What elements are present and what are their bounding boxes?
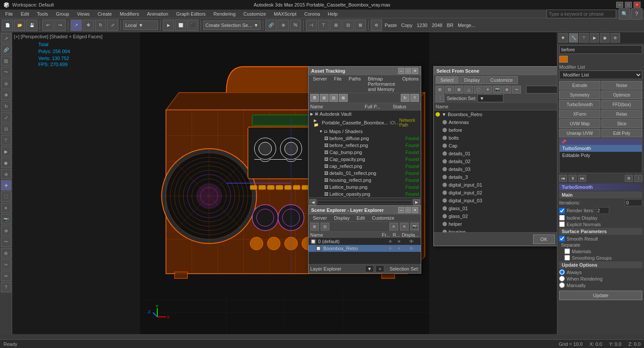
tab-utilities[interactable]: ⊛ [610, 33, 620, 43]
menu-help[interactable]: Help [324, 10, 341, 18]
select-row-details3[interactable]: details_3 [434, 173, 557, 181]
new-btn[interactable]: 📄 [2, 20, 13, 31]
play-btn[interactable]: ⏸ [569, 175, 577, 182]
asset-row-before-diffuse[interactable]: 🖼 before_diffuse.png Found [309, 135, 421, 142]
menu-animation[interactable]: Animation [144, 10, 172, 18]
scene-close-btn[interactable]: ✕ [412, 207, 418, 213]
move-icon[interactable]: ✥ [1, 90, 11, 100]
asset-row-file[interactable]: ▶ 📁 Portable_Cassette_Boombox... \O\... … [309, 117, 421, 128]
ffd-btn[interactable]: FFD(box) [601, 100, 643, 109]
uvwmap-btn[interactable]: UVW Map [559, 119, 600, 128]
help-search-input[interactable] [547, 10, 616, 18]
motion-icon[interactable]: ▶ [1, 146, 11, 157]
asset-menu-file[interactable]: File [331, 76, 344, 92]
tab-display[interactable]: Display [460, 76, 485, 84]
asset-row-maps[interactable]: ▼ 🗂 Maps / Shaders [309, 128, 421, 135]
menu-maxscript[interactable]: MAXScript [270, 10, 300, 18]
system-icon[interactable]: ⚙ [1, 248, 11, 258]
utilities-icon[interactable]: ⊛ [1, 169, 11, 179]
select-row-before[interactable]: before [434, 126, 557, 134]
unlink-icon[interactable]: ⛓ [1, 56, 11, 66]
viewport[interactable]: [+] [Perspective] [Shaded + Edged Faces]… [12, 32, 557, 334]
asset-maximize-btn[interactable]: □ [405, 68, 411, 74]
asset-menu-server[interactable]: Server [310, 76, 329, 92]
iterations-input[interactable] [625, 199, 642, 206]
menu-customize[interactable]: Customize [240, 10, 269, 18]
menu-views[interactable]: Views [74, 10, 93, 18]
stack-item-turbosmooth[interactable]: TurboSmooth [560, 145, 642, 152]
render-iters-checkbox[interactable] [559, 208, 565, 214]
bind-space-warp-icon[interactable]: 〜 [1, 67, 11, 77]
convert-btn[interactable]: ⚙ [371, 20, 382, 31]
scene-footer-btn2[interactable]: + [376, 265, 384, 272]
snap-btn[interactable]: 🔗 [265, 20, 277, 31]
select-row-glass02[interactable]: glass_02 [434, 212, 557, 220]
scene-menu-server[interactable]: Server [310, 215, 329, 221]
asset-tool-3[interactable]: ⊟ [329, 94, 338, 102]
smoothing-groups-checkbox[interactable] [564, 255, 570, 261]
coord-dropdown[interactable]: Local ▼ [123, 20, 158, 30]
turbosmooth-btn[interactable]: TurboSmooth [559, 100, 600, 109]
select-row-digital02[interactable]: digital_input_02 [434, 189, 557, 197]
manually-radio[interactable] [559, 282, 565, 288]
tab-create[interactable]: ✚ [558, 33, 568, 43]
select-row-housing[interactable]: housing [434, 228, 557, 232]
asset-row-cap-bump[interactable]: 🖼 Cap_bump.png Found [309, 149, 421, 156]
select-helper-btn[interactable]: ⊕ [503, 86, 511, 94]
select-filter-icon[interactable]: ⊚ [1, 78, 11, 89]
select-btn[interactable]: ↗ [70, 20, 82, 31]
save-btn[interactable]: 💾 [26, 20, 37, 31]
select-all-btn[interactable]: ⊞ [436, 86, 444, 94]
scene-tool-2[interactable]: ⊟ [321, 223, 329, 231]
select-tree[interactable]: ▼ Boombox_Retro Antennas before bolts [434, 110, 557, 232]
smooth-result-checkbox[interactable] [559, 236, 565, 241]
materials-checkbox[interactable] [564, 248, 570, 254]
asset-scrollbar[interactable]: ◀ ▶ [309, 197, 421, 206]
prev-btn[interactable]: ⏮ [559, 175, 567, 182]
always-radio[interactable] [559, 269, 565, 275]
noise-btn[interactable]: Noise [601, 81, 643, 90]
tab-display2[interactable]: ◉ [600, 33, 610, 43]
asset-tool-2[interactable]: ⊞ [320, 94, 329, 102]
array-btn[interactable]: ⊞ [330, 20, 342, 31]
menu-group[interactable]: Group [52, 10, 73, 18]
scene-tool-light[interactable]: ☀ [400, 223, 409, 231]
help-search-btn[interactable]: 🔍 [619, 8, 630, 20]
asset-close-btn[interactable]: ✕ [412, 68, 418, 74]
asset-row-cap-opacity[interactable]: 🖼 Cap_opacity.png Found [309, 156, 421, 163]
unwrap-btn[interactable]: Unwrap UVW [559, 129, 600, 137]
render-prev-btn[interactable]: ⬛ [187, 20, 198, 31]
spacewarp-icon[interactable]: 〜 [1, 237, 11, 247]
help-btn[interactable]: ? [631, 8, 642, 20]
create-icon[interactable]: ✚ [1, 180, 11, 191]
select-warp-btn[interactable]: 〜 [512, 86, 521, 94]
next-btn[interactable]: ⏭ [578, 175, 586, 182]
move-btn[interactable]: ✥ [83, 20, 94, 31]
scene-minimize-btn[interactable]: ─ [398, 207, 404, 213]
maximize-btn[interactable]: □ [625, 2, 632, 8]
asset-row-cap-reflect[interactable]: 🖼 cap_reflect.png Found [309, 163, 421, 170]
select-row-helper[interactable]: helper [434, 220, 557, 228]
display-icon[interactable]: ◉ [1, 157, 11, 168]
render-iters-input[interactable] [596, 207, 609, 214]
render-dropdown[interactable]: Create Selection Se... ▼ [203, 20, 261, 30]
asset-row-housing-reflect[interactable]: 🖼 housing_reflect.png Found [309, 177, 421, 184]
layer-btn[interactable]: ⊟ [342, 20, 354, 31]
scene-footer-btn[interactable]: ▼ [365, 265, 374, 272]
asset-tree[interactable]: ▶ 🏛 Autodesk Vault ▶ 📁 Portable_Cassette… [309, 110, 421, 197]
hierarchy-icon[interactable]: ⊤ [1, 135, 11, 145]
select-row-cap[interactable]: Cap [434, 142, 557, 150]
asset-refresh-btn[interactable]: ↻ [401, 94, 409, 102]
xform-btn[interactable]: XForm [559, 110, 600, 118]
camera-icon[interactable]: 📷 [1, 214, 11, 224]
scene-menu-edit[interactable]: Edit [354, 215, 367, 221]
asset-scroll-right[interactable]: ▶ [413, 199, 420, 205]
object-name-input[interactable] [559, 45, 642, 54]
tab-select[interactable]: Select [436, 76, 459, 84]
select-tool-icon[interactable]: ↗ [1, 33, 11, 44]
asset-menu-options[interactable]: Options [399, 76, 421, 92]
select-ok-btn[interactable]: OK [533, 234, 555, 244]
rotate-btn[interactable]: ↻ [95, 20, 106, 31]
settings-btn[interactable]: ⚙ [625, 175, 633, 182]
tab-hierarchy[interactable]: ⊤ [579, 33, 589, 43]
